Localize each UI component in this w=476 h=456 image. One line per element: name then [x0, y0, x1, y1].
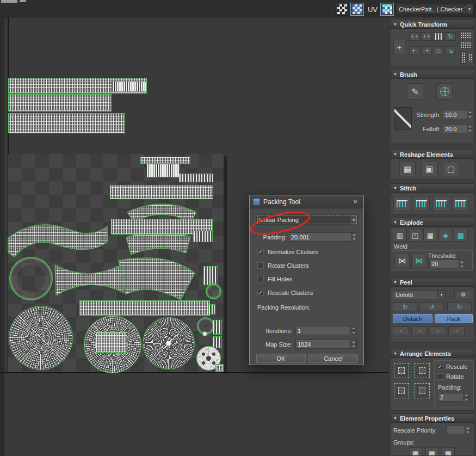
pack-together-icon[interactable] [415, 363, 430, 378]
rescale-checkbox[interactable] [437, 363, 443, 370]
rollout-header-arrange[interactable]: ▼ Arrange Elements [390, 349, 474, 358]
rescale-checkbox-row[interactable]: Rescale [437, 363, 468, 370]
spinner[interactable]: ▴▾ [459, 260, 465, 268]
spinner[interactable]: ▴▾ [351, 233, 357, 241]
spinner[interactable]: ▴▾ [467, 110, 473, 119]
cancel-button[interactable]: Cancel [308, 354, 358, 363]
rotate-checkbox-row[interactable]: Rotate [437, 373, 463, 380]
uv-shell[interactable] [213, 336, 222, 348]
uv-shell[interactable] [79, 300, 210, 316]
checker-map-toggle-button[interactable] [350, 3, 364, 16]
padding-field[interactable]: 2 ▴▾ [438, 393, 469, 402]
dialog-padding-field[interactable]: 20.001 ▴▾ [289, 232, 357, 242]
rotate-checkbox[interactable] [437, 373, 443, 380]
pack-region-icon[interactable] [394, 383, 409, 398]
flatten-grid-icon[interactable]: ▦ [423, 229, 437, 242]
checker-pattern-button[interactable] [335, 3, 349, 16]
distribute-grid-icon[interactable] [459, 41, 472, 49]
rollout-header-brush[interactable]: ▼ Brush [390, 70, 474, 79]
uv-shell[interactable] [208, 304, 215, 315]
pack-button[interactable]: Pack [435, 314, 473, 323]
checkbox[interactable] [257, 289, 264, 296]
uv-shell[interactable] [126, 232, 190, 255]
checkbox[interactable] [257, 276, 264, 282]
break-copy-icon[interactable]: ◰ [408, 229, 422, 242]
map-size-field[interactable]: 1024 ▴▾ [295, 340, 357, 349]
unpin-icon[interactable]: ▫ [411, 326, 428, 335]
spinner[interactable]: ▴▾ [467, 125, 473, 133]
align-diagonal-icon[interactable]: ↘ [445, 46, 456, 55]
pack-full-icon[interactable] [415, 383, 430, 398]
cube-icon[interactable]: ▢ [443, 162, 459, 176]
checkbox[interactable] [257, 262, 264, 269]
spinner[interactable]: ▴▾ [350, 340, 356, 348]
group-icon[interactable]: ▦ [425, 447, 438, 456]
rollout-header-stitch[interactable]: ▼ Stitch [390, 183, 474, 193]
threshold-field[interactable]: 20 ▴▾ [429, 260, 465, 268]
peel-mode-icon[interactable]: ↺ [419, 302, 444, 311]
uv-shell[interactable] [146, 164, 180, 177]
transform-gizmo-icon[interactable]: + [393, 39, 405, 55]
peel-settings-button[interactable]: ⚙ [454, 290, 472, 299]
stitch-average-icon[interactable] [432, 196, 449, 211]
quick-peel-icon[interactable]: ↻ [393, 302, 417, 311]
checkbox-fill-holes[interactable]: Fill Holes [257, 276, 292, 282]
rollout-header-quick-transform[interactable]: ▼ Quick Transform [390, 20, 474, 29]
weld-selected-icon[interactable]: ⋈ [394, 254, 410, 267]
uv-shell[interactable] [110, 185, 213, 199]
pack-normalize-icon[interactable] [394, 363, 409, 378]
straighten-grid-icon[interactable]: ▦ [399, 162, 416, 176]
pin-icon[interactable]: ▫ [393, 326, 409, 335]
peel-mode-dropdown[interactable]: Unfold ▾ [393, 290, 446, 299]
stitch-custom-icon[interactable] [393, 196, 410, 211]
uv-space-button[interactable]: UV [366, 3, 380, 16]
rotate-cw-icon[interactable]: ↻ [445, 32, 456, 41]
align-to-edge-icon[interactable]: ◇ [433, 46, 444, 55]
iterations-field[interactable]: 1 ▴▾ [295, 326, 357, 335]
distribute-grid-icon[interactable] [459, 31, 472, 39]
paint-move-brush-icon[interactable]: ✎ [407, 83, 423, 100]
weld-all-icon[interactable]: ⋈ [411, 254, 426, 267]
uv-shell[interactable] [203, 266, 218, 285]
uv-shell[interactable] [9, 306, 73, 370]
space-horizontal-icon[interactable]: +· [409, 46, 420, 55]
edge-cut-icon[interactable]: ▫ [430, 326, 446, 335]
relax-cube-icon[interactable]: ▣ [421, 162, 437, 176]
edge-join-icon[interactable]: ▫ [448, 326, 465, 335]
close-icon[interactable]: × [350, 197, 360, 207]
ok-button[interactable]: OK [256, 354, 306, 363]
uv-shell[interactable] [193, 231, 213, 242]
rollout-header-reshape[interactable]: ▼ Reshape Elements [390, 150, 474, 159]
rollout-header-peel[interactable]: ▼ Peel [390, 278, 474, 287]
uv-shell[interactable] [96, 332, 127, 353]
uv-shell[interactable] [206, 284, 221, 299]
stitch-target-icon[interactable] [452, 196, 469, 211]
uv-shell[interactable] [55, 263, 125, 295]
strength-field[interactable]: 10.0 ▴▾ [443, 110, 473, 119]
material-dropdown[interactable]: CheckerPatt.. ( Checker ) ▾ [395, 4, 474, 14]
distribute-cell-icon[interactable] [467, 53, 474, 62]
spinner[interactable]: ▴▾ [350, 326, 356, 335]
checkbox-rescale-clusters[interactable]: Rescale Clusters [257, 289, 313, 296]
space-vertical-icon[interactable]: ·+ [421, 46, 432, 55]
uv-shell[interactable] [9, 257, 53, 300]
relax-brush-icon[interactable] [436, 83, 453, 100]
uv-shell[interactable] [179, 174, 213, 182]
dialog-titlebar[interactable]: Packing Tool × [250, 195, 363, 208]
explode-smoothing-icon[interactable]: ◈ [438, 229, 453, 242]
uv-shell[interactable] [119, 258, 195, 300]
falloff-field[interactable]: 20.0 ▴▾ [443, 124, 473, 133]
group-icon[interactable]: ▦ [442, 447, 455, 456]
spinner[interactable]: ▴▾ [465, 426, 471, 434]
break-by-face-icon[interactable]: ▥ [393, 229, 407, 242]
uv-shell[interactable] [202, 331, 207, 336]
uv-shell[interactable] [143, 317, 195, 369]
distribute-column-icon[interactable] [460, 51, 466, 64]
uv-shell[interactable] [215, 364, 224, 372]
checker-color-button[interactable] [380, 3, 394, 16]
stitch-source-icon[interactable] [413, 196, 430, 211]
detach-button[interactable]: Detach [393, 314, 432, 323]
uv-shell[interactable] [140, 157, 190, 164]
rescale-priority-field[interactable]: ▴▾ [446, 426, 471, 434]
rollout-header-explode[interactable]: ▼ Explode [390, 218, 474, 227]
